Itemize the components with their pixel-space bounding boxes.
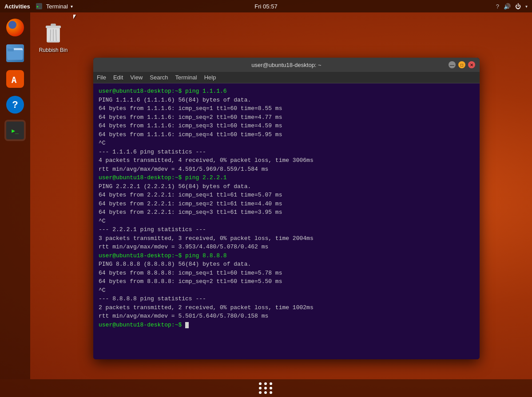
term-normal-text: 64 bytes from 8.8.8.8: icmp_seq=2 ttl=60… (99, 278, 282, 285)
term-normal-text: --- 2.2.2.1 ping statistics --- (99, 226, 206, 233)
menu-search[interactable]: Search (150, 74, 168, 81)
dot-6 (270, 387, 272, 389)
firefox-icon (6, 19, 24, 36)
clock-text: Fri 05:57 (254, 3, 277, 10)
system-menu-arrow[interactable]: ▾ (525, 4, 528, 9)
terminal-line: ^C (99, 139, 474, 148)
terminal-line: ^C (99, 217, 474, 226)
dot-4 (259, 387, 262, 389)
menu-file[interactable]: File (97, 74, 106, 81)
terminal-line: user@ubuntu18-desktop:~$ (99, 321, 474, 330)
topbar-terminal-arrow: ▾ (71, 4, 73, 9)
maximize-button[interactable]: □ (458, 61, 465, 68)
sidebar-item-help[interactable]: ? (4, 94, 26, 115)
files-icon (6, 44, 24, 62)
rubbish-bin-icon[interactable]: Rubbish Bin (36, 18, 71, 56)
term-normal-text: PING 1.1.1.6 (1.1.1.6) 56(84) bytes of d… (99, 97, 251, 103)
menu-edit[interactable]: Edit (113, 74, 123, 81)
desktop-icons-area: Rubbish Bin (36, 18, 71, 56)
term-normal-text: 64 bytes from 8.8.8.8: icmp_seq=1 ttl=60… (99, 270, 282, 276)
terminal-line: PING 8.8.8.8 (8.8.8.8) 56(84) bytes of d… (99, 260, 474, 269)
term-prompt-cursor: user@ubuntu18-desktop:~$ (99, 322, 185, 328)
topbar-terminal-menu[interactable]: ▶_ Terminal ▾ (36, 3, 73, 10)
terminal-titlebar: user@ubuntu18-desktop: ~ — □ ✕ (93, 58, 480, 72)
terminal-line: --- 8.8.8.8 ping statistics --- (99, 295, 474, 303)
dock: A ? (0, 12, 30, 379)
topbar-right: ? 🔊 ⏻ ▾ (496, 3, 528, 10)
show-applications-button[interactable] (258, 380, 274, 396)
power-icon[interactable]: ⏻ (515, 3, 521, 10)
sidebar-item-software-center[interactable]: A (4, 68, 26, 90)
term-normal-text: PING 2.2.2.1 (2.2.2.1) 56(84) bytes of d… (99, 183, 251, 190)
term-normal-text: 64 bytes from 1.1.1.6: icmp_seq=2 ttl=60… (99, 114, 282, 121)
dot-2 (264, 382, 267, 385)
terminal-line: --- 1.1.1.6 ping statistics --- (99, 148, 474, 157)
svg-rect-11 (46, 26, 61, 28)
svg-rect-4 (8, 48, 14, 51)
app-grid-icon (259, 382, 273, 394)
term-normal-text: rtt min/avg/max/mdev = 5.501/5.640/5.780… (99, 313, 268, 319)
terminal-line: 64 bytes from 2.2.2.1: icmp_seq=1 ttl=61… (99, 191, 474, 200)
trash-icon (41, 20, 66, 45)
terminal-line: 64 bytes from 1.1.1.6: icmp_seq=3 ttl=60… (99, 122, 474, 130)
dot-1 (259, 382, 262, 385)
terminal-line: 64 bytes from 2.2.2.1: icmp_seq=3 ttl=61… (99, 208, 474, 217)
term-normal-text: 64 bytes from 1.1.1.6: icmp_seq=3 ttl=60… (99, 122, 282, 129)
topbar-clock: Fri 05:57 (254, 3, 277, 10)
activities-button[interactable]: Activities (4, 3, 30, 10)
term-prompt-text: user@ubuntu18-desktop:~$ ping 1.1.1.6 (99, 88, 227, 94)
terminal-line: rtt min/avg/max/mdev = 3.953/4.480/5.078… (99, 243, 474, 252)
sidebar-item-terminal[interactable] (4, 120, 26, 141)
terminal-window[interactable]: user@ubuntu18-desktop: ~ — □ ✕ File Edit… (93, 58, 480, 359)
dot-9 (270, 391, 272, 394)
window-controls: — □ ✕ (449, 61, 475, 68)
desktop: Activities ▶_ Terminal ▾ Fri 05:57 ? 🔊 ⏻… (0, 0, 532, 397)
terminal-cursor (185, 322, 189, 328)
dot-8 (264, 391, 267, 394)
terminal-line: ^C (99, 286, 474, 295)
svg-rect-12 (51, 24, 56, 26)
terminal-line: PING 1.1.1.6 (1.1.1.6) 56(84) bytes of d… (99, 96, 474, 105)
terminal-line: 4 packets transmitted, 4 received, 0% pa… (99, 156, 474, 165)
menu-help[interactable]: Help (204, 74, 216, 81)
term-normal-text: --- 8.8.8.8 ping statistics --- (99, 295, 206, 302)
topbar-terminal-label: Terminal (46, 3, 68, 10)
terminal-content[interactable]: user@ubuntu18-desktop:~$ ping 1.1.1.6PIN… (93, 83, 480, 359)
term-normal-text: 2 packets transmitted, 2 received, 0% pa… (99, 304, 314, 311)
menu-view[interactable]: View (130, 74, 143, 81)
rubbish-bin-label: Rubbish Bin (39, 47, 68, 53)
svg-text:▶_: ▶_ (37, 5, 41, 8)
term-normal-text: 64 bytes from 2.2.2.1: icmp_seq=2 ttl=61… (99, 200, 282, 207)
svg-line-8 (50, 30, 51, 41)
menu-terminal[interactable]: Terminal (175, 74, 197, 81)
dot-5 (264, 387, 267, 389)
terminal-line: rtt min/avg/max/mdev = 5.501/5.640/5.780… (99, 312, 474, 321)
terminal-line: PING 2.2.2.1 (2.2.2.1) 56(84) bytes of d… (99, 182, 474, 191)
term-normal-text: ^C (99, 140, 106, 146)
close-button[interactable]: ✕ (468, 61, 475, 68)
term-normal-text: 64 bytes from 2.2.2.1: icmp_seq=1 ttl=61… (99, 192, 282, 198)
term-normal-text: ^C (99, 287, 106, 294)
term-normal-text: 4 packets transmitted, 4 received, 0% pa… (99, 157, 314, 164)
sidebar-item-files[interactable] (4, 43, 26, 64)
terminal-line: 64 bytes from 8.8.8.8: icmp_seq=1 ttl=60… (99, 269, 474, 278)
term-prompt-text: user@ubuntu18-desktop:~$ ping 2.2.2.1 (99, 174, 227, 181)
term-normal-text: 3 packets transmitted, 3 received, 0% pa… (99, 235, 314, 242)
terminal-line: 2 packets transmitted, 2 received, 0% pa… (99, 303, 474, 312)
terminal-line: 64 bytes from 1.1.1.6: icmp_seq=4 ttl=60… (99, 130, 474, 139)
term-normal-text: 64 bytes from 1.1.1.6: icmp_seq=1 ttl=60… (99, 105, 282, 112)
terminal-line: 64 bytes from 8.8.8.8: icmp_seq=2 ttl=60… (99, 277, 474, 286)
minimize-button[interactable]: — (449, 61, 456, 68)
terminal-line: user@ubuntu18-desktop:~$ ping 2.2.2.1 (99, 173, 474, 182)
term-prompt-text: user@ubuntu18-desktop:~$ ping 8.8.8.8 (99, 252, 227, 259)
sidebar-item-firefox[interactable] (4, 17, 26, 38)
help-icon[interactable]: ? (496, 3, 499, 10)
terminal-line: 64 bytes from 2.2.2.1: icmp_seq=2 ttl=61… (99, 200, 474, 208)
term-normal-text: rtt min/avg/max/mdev = 4.591/5.969/8.559… (99, 166, 268, 173)
dot-7 (259, 391, 262, 394)
topbar-left: Activities ▶_ Terminal ▾ (4, 3, 73, 10)
terminal-line: user@ubuntu18-desktop:~$ ping 1.1.1.6 (99, 87, 474, 96)
volume-icon[interactable]: 🔊 (504, 3, 511, 10)
topbar: Activities ▶_ Terminal ▾ Fri 05:57 ? 🔊 ⏻… (0, 0, 532, 12)
svg-rect-3 (8, 50, 23, 59)
